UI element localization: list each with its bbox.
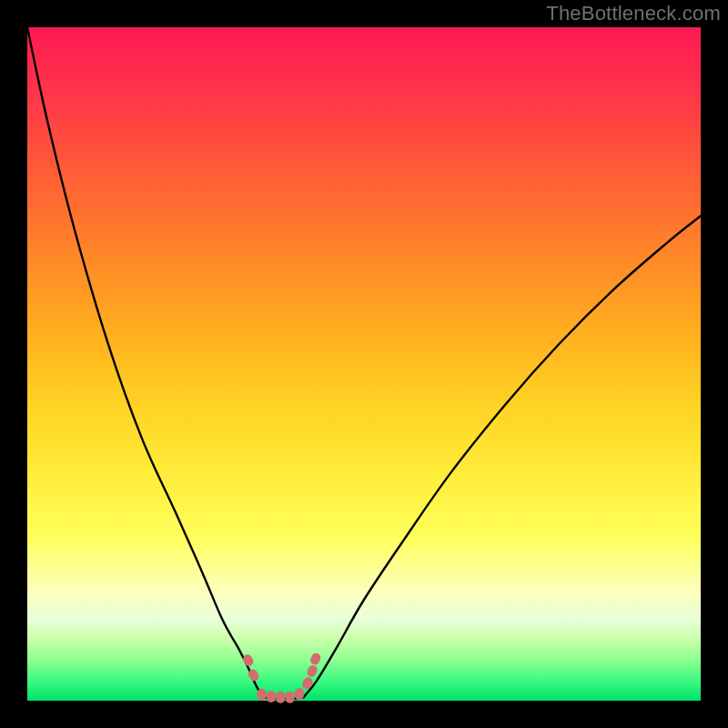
marker-point xyxy=(258,689,267,701)
chart-frame: TheBottleneck.com xyxy=(0,0,728,728)
plot-area xyxy=(27,27,701,701)
series-left_branch xyxy=(27,27,263,697)
marker-point xyxy=(306,663,318,678)
curves-layer xyxy=(27,27,701,701)
marker-point xyxy=(241,653,255,668)
marker-point xyxy=(295,688,304,700)
marker-point xyxy=(267,691,276,703)
marker-point xyxy=(309,652,322,666)
series-group xyxy=(27,27,701,699)
watermark-text: TheBottleneck.com xyxy=(546,2,721,25)
marker-point xyxy=(276,692,285,703)
marker-group xyxy=(241,652,322,703)
marker-point xyxy=(286,692,295,703)
series-right_branch xyxy=(303,216,701,697)
